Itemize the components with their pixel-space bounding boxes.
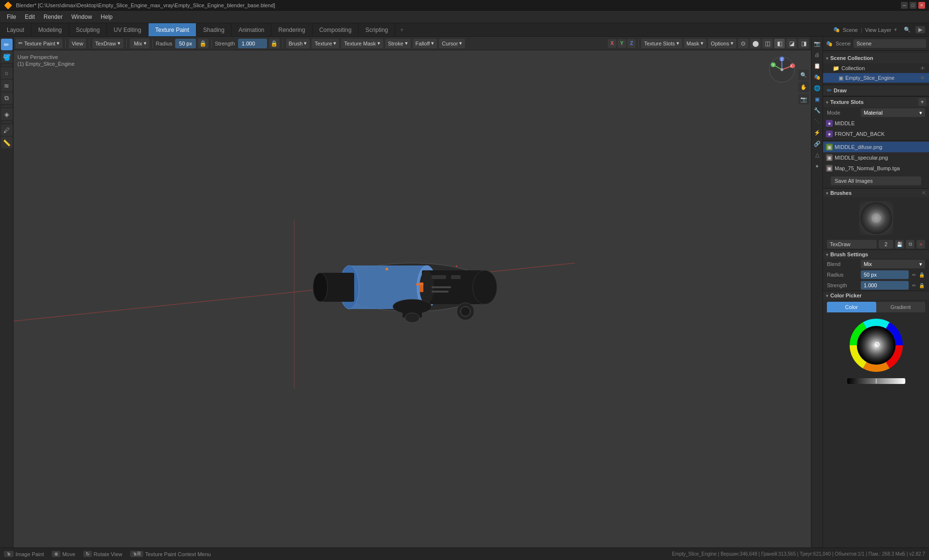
tool-draw[interactable]: ✏ [1, 39, 13, 50]
mode-dropdown[interactable]: Material ▾ [861, 108, 925, 117]
texture-slot-4[interactable]: ▣ Map_75_Normal_Bump.tga [823, 163, 929, 174]
props-physics-icon[interactable]: ⚡ [812, 128, 822, 137]
props-scene-icon[interactable]: 🎭 [812, 72, 822, 82]
viewport-material-btn[interactable]: ◪ [786, 39, 797, 48]
strength-field[interactable]: 1.000 [238, 39, 267, 48]
strength-prop-value[interactable]: 1.000 [861, 281, 909, 290]
tool-smear[interactable]: ≋ [1, 80, 13, 91]
tab-shading[interactable]: Shading [196, 23, 232, 36]
coord-y[interactable]: Y [617, 39, 626, 48]
strength-lock[interactable]: 🔒 [269, 39, 280, 48]
texture-add-btn[interactable]: + [918, 98, 926, 106]
texture-slot-3[interactable]: ▣ MIDDLE_specular.png [823, 152, 929, 163]
menu-render[interactable]: Render [40, 12, 66, 22]
viewport-overlay-btn[interactable]: ⊙ [738, 39, 749, 48]
object-row-0[interactable]: ▣ Empty_Slice_Engine 👁 [823, 73, 929, 83]
tool-fill[interactable]: 🪣 [1, 51, 13, 63]
viewport-shading-btn[interactable]: ⬤ [750, 39, 761, 48]
brush-name-field[interactable]: TexDraw [827, 240, 877, 249]
close-button[interactable]: ✕ [918, 2, 925, 9]
mask-btn[interactable]: Mask ▾ [684, 39, 706, 48]
brushes-header[interactable]: ▾ Brushes ⇱ [823, 188, 929, 197]
viewport-canvas[interactable]: User Perspective (1) Empty_Slice_Engine … [14, 50, 811, 547]
tab-add-button[interactable]: + [395, 23, 408, 36]
brush-save-btn[interactable]: 💾 [895, 240, 904, 249]
collection-eye[interactable]: 👁 [920, 66, 925, 71]
radius-pen-icon[interactable]: ✏ [911, 271, 917, 278]
radius-field[interactable]: 50 px [175, 39, 196, 48]
radius-prop-value[interactable]: 50 px [861, 270, 909, 279]
render-btn[interactable]: ▶ [915, 26, 925, 33]
tool-measure[interactable]: 📏 [1, 137, 13, 148]
props-material-icon[interactable]: ● [812, 161, 822, 171]
brushes-expand[interactable]: ⇱ [922, 191, 926, 196]
falloff-menu[interactable]: Falloff ▾ [413, 39, 437, 48]
value-slider-handle[interactable] [875, 378, 877, 384]
brush-settings-header[interactable]: ▾ Brush Settings [823, 250, 929, 259]
props-particle-icon[interactable]: ⋱ [812, 117, 822, 126]
save-images-btn[interactable]: Save All Images [831, 177, 921, 185]
tool-annotate[interactable]: 🖊 [1, 124, 13, 136]
color-tab-color[interactable]: Color [827, 302, 876, 312]
radius-lock[interactable]: 🔒 [198, 39, 209, 48]
collection-row[interactable]: 📁 Collection 👁 [823, 63, 929, 73]
props-output-icon[interactable]: 🖨 [812, 50, 822, 59]
props-data-icon[interactable]: △ [812, 150, 822, 160]
brush-menu[interactable]: Brush ▾ [286, 39, 310, 48]
coord-z[interactable]: Z [627, 39, 636, 48]
brush-number[interactable]: 2 [879, 240, 893, 249]
brush-delete-btn[interactable]: ✕ [916, 240, 925, 249]
texture-slots-btn[interactable]: Texture Slots ▾ [641, 39, 682, 48]
maximize-button[interactable]: □ [910, 2, 916, 9]
tab-layout[interactable]: Layout [0, 23, 31, 36]
props-constraint-icon[interactable]: 🔗 [812, 139, 822, 148]
props-world-icon[interactable]: 🌐 [812, 83, 822, 93]
props-view-layer-icon[interactable]: 📋 [812, 61, 822, 71]
texture-menu[interactable]: Texture ▾ [312, 39, 339, 48]
radius-lock-icon[interactable]: 🔒 [918, 271, 925, 278]
coord-x[interactable]: X [608, 39, 616, 48]
tool-clone[interactable]: ⧉ [1, 92, 13, 104]
props-modifier-icon[interactable]: 🔧 [812, 105, 822, 115]
props-object-icon[interactable]: ▣ [812, 94, 822, 104]
texture-slot-1[interactable]: ● FRONT_AND_BACK [823, 129, 929, 139]
color-wheel[interactable] [847, 316, 905, 374]
menu-help[interactable]: Help [97, 12, 117, 22]
tab-rendering[interactable]: Rendering [271, 23, 312, 36]
viewport-camera-icon[interactable]: 📷 [798, 94, 809, 104]
tab-compositing[interactable]: Compositing [313, 23, 359, 36]
texture-slot-0[interactable]: ● MIDDLE [823, 118, 929, 129]
tab-uv-editing[interactable]: UV Editing [107, 23, 149, 36]
viewport-hand-icon[interactable]: ✋ [798, 82, 809, 92]
texture-slot-2[interactable]: ▣ MIDDLE_difuse.png [823, 142, 929, 152]
strength-lock-icon[interactable]: 🔒 [918, 282, 925, 289]
brush-copy-btn[interactable]: ⧉ [906, 240, 914, 249]
brush-preset[interactable]: TexDraw ▾ [92, 39, 123, 48]
props-render-icon[interactable]: 📷 [812, 39, 822, 48]
tool-mask[interactable]: ◈ [1, 108, 13, 120]
color-picker-header[interactable]: ▾ Color Picker [823, 291, 929, 300]
cursor-menu[interactable]: Cursor ▾ [439, 39, 465, 48]
tab-modeling[interactable]: Modeling [31, 23, 69, 36]
viewport-zoom-icon[interactable]: 🔍 [798, 70, 809, 80]
value-slider[interactable] [847, 378, 905, 384]
tab-sculpting[interactable]: Sculpting [69, 23, 107, 36]
tab-animation[interactable]: Animation [232, 23, 271, 36]
viewport-wire-btn[interactable]: ◫ [762, 39, 773, 48]
mode-selector[interactable]: ✏ Texture Paint ▾ [15, 39, 62, 48]
strength-pen-icon[interactable]: ✏ [911, 282, 917, 289]
object-eye-0[interactable]: 👁 [920, 75, 925, 81]
texture-mask-menu[interactable]: Texture Mask ▾ [341, 39, 383, 48]
texture-slots-header[interactable]: ▾ Texture Slots + [823, 96, 929, 107]
scene-collection-header[interactable]: ▾ Scene Collection [823, 53, 929, 63]
menu-window[interactable]: Window [67, 12, 96, 22]
tab-texture-paint[interactable]: Texture Paint [149, 23, 196, 36]
view-menu[interactable]: View [69, 39, 86, 48]
blend-selector[interactable]: Mix ▾ [130, 39, 150, 48]
viewport-render-btn[interactable]: ◨ [798, 39, 809, 48]
tab-scripting[interactable]: Scripting [359, 23, 395, 36]
scene-name-value[interactable]: Scene [854, 39, 926, 48]
tool-soften[interactable]: ○ [1, 67, 13, 79]
color-tab-gradient[interactable]: Gradient [876, 302, 926, 312]
minimize-button[interactable]: ─ [901, 2, 908, 9]
